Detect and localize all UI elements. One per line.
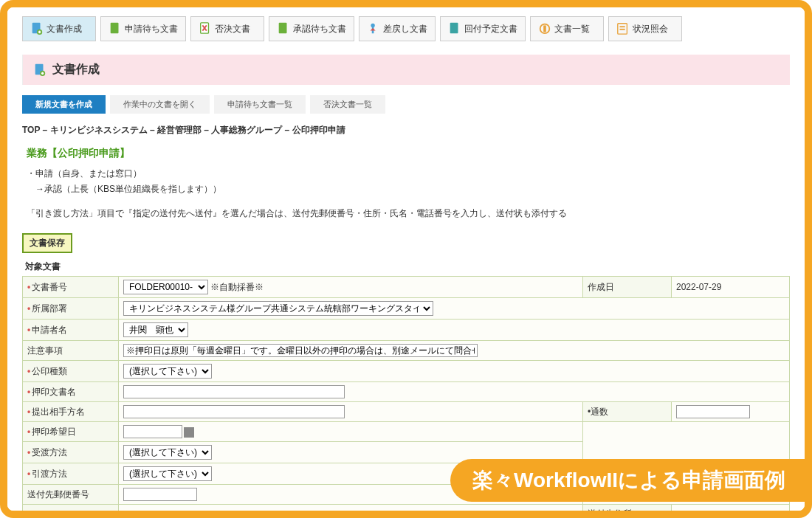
top-nav: 文書作成 申請待ち文書 否決文書 承認待ち文書 差戻し文書 回付予定文書 xyxy=(22,16,790,41)
label-stamp-date: 押印希望日 xyxy=(32,427,76,437)
postal-input[interactable] xyxy=(123,488,197,501)
doc-schedule-icon xyxy=(448,21,461,36)
nav-tab-approve[interactable]: 承認待ち文書 xyxy=(269,16,354,41)
label-doc-no: 文書番号 xyxy=(32,282,67,292)
nav-label: 状況照会 xyxy=(633,23,668,35)
svg-rect-8 xyxy=(450,23,458,33)
info-line: →承認（上長（KBS単位組織長を指します）） xyxy=(27,183,790,196)
info-line: ・申請（自身、または窓口） xyxy=(27,168,790,180)
save-button[interactable]: 文書保存 xyxy=(22,233,72,253)
svg-rect-10 xyxy=(543,25,546,32)
doc-list-icon xyxy=(538,21,551,36)
nav-tab-wait[interactable]: 申請待ち文書 xyxy=(100,16,186,41)
caution-input[interactable] xyxy=(123,344,478,357)
doc-no-auto: ※自動採番※ xyxy=(210,282,264,292)
label-copies: 通数 xyxy=(591,407,608,417)
label-dept: 所属部署 xyxy=(32,303,67,314)
caption-banner: 楽々WorkflowIIによる申請画面例 xyxy=(450,459,808,502)
nav-label: 回付予定文書 xyxy=(464,23,517,35)
svg-rect-3 xyxy=(38,31,41,32)
label-caution: 注意事項 xyxy=(27,345,63,356)
stamp-date-input[interactable] xyxy=(123,425,182,438)
doc-wait-icon xyxy=(109,21,122,36)
breadcrumb: TOP – キリンビジネスシステム – 経営管理部 – 人事総務グループ – 公… xyxy=(22,124,790,137)
svg-rect-13 xyxy=(619,29,625,30)
partner-input[interactable] xyxy=(123,405,345,418)
doc-return-icon xyxy=(367,21,380,36)
sub-tabs: 新規文書を作成 作業中の文書を開く 申請待ち文書一覧 否決文書一覧 xyxy=(22,95,790,114)
doc-no-select[interactable]: FOLDER00010- xyxy=(123,280,208,294)
label-seal-type: 公印種類 xyxy=(32,366,67,376)
doc-create-icon xyxy=(33,63,47,77)
svg-point-7 xyxy=(371,24,374,27)
receive-select[interactable]: (選択して下さい) xyxy=(123,445,212,460)
nav-label: 差戻し文書 xyxy=(383,23,427,35)
label-receive: 受渡方法 xyxy=(32,447,67,457)
nav-tab-list[interactable]: 文書一覧 xyxy=(530,16,604,41)
label-created: 作成日 xyxy=(588,282,614,292)
nav-tab-return[interactable]: 差戻し文書 xyxy=(359,16,436,41)
seal-type-select[interactable]: (選択して下さい) xyxy=(123,364,212,379)
subtab-working[interactable]: 作業中の文書を開く xyxy=(110,95,210,114)
label-partner: 提出相手方名 xyxy=(32,407,85,417)
label-handover: 引渡方法 xyxy=(32,469,67,479)
nav-label: 文書一覧 xyxy=(554,23,590,35)
doc-approve-icon xyxy=(277,21,290,36)
subtab-new[interactable]: 新規文書を作成 xyxy=(22,95,106,114)
nav-label: 否決文書 xyxy=(215,23,250,35)
section-label: 対象文書 xyxy=(25,260,790,273)
stamp-doc-input[interactable] xyxy=(123,385,345,398)
dept-select[interactable]: キリンビジネスシステム様グループ共通システム統轄部ワーキングスタイル変革グループ xyxy=(123,301,433,316)
nav-tab-schedule[interactable]: 回付予定文書 xyxy=(440,16,526,41)
nav-label: 申請待ち文書 xyxy=(125,23,178,35)
copies-input[interactable] xyxy=(676,405,750,418)
label-addr: 送付先住所 xyxy=(588,508,632,511)
subtab-rejectlist[interactable]: 否決文書一覧 xyxy=(310,95,385,114)
svg-rect-17 xyxy=(41,72,44,74)
svg-rect-12 xyxy=(619,26,625,27)
svg-rect-6 xyxy=(279,23,287,33)
svg-rect-4 xyxy=(111,23,119,33)
nav-tab-status[interactable]: 状況照会 xyxy=(608,16,682,41)
subtab-waitlist[interactable]: 申請待ち文書一覧 xyxy=(214,95,306,114)
page-title-bar: 文書作成 xyxy=(22,55,790,85)
page-title: 文書作成 xyxy=(52,62,100,77)
nav-tab-create[interactable]: 文書作成 xyxy=(22,16,96,41)
nav-label: 承認待ち文書 xyxy=(293,23,346,35)
doc-reject-icon xyxy=(199,21,212,36)
doc-create-icon xyxy=(30,21,44,36)
label-applicant: 申請者名 xyxy=(32,325,67,335)
label-postal: 送付先郵便番号 xyxy=(27,489,89,500)
note-line: 「引き渡し方法」項目で『指定の送付先へ送付』を選んだ場合は、送付先郵便番号・住所… xyxy=(27,207,790,220)
nav-label: 文書作成 xyxy=(47,23,82,35)
status-icon xyxy=(616,21,630,36)
nav-tab-reject[interactable]: 否決文書 xyxy=(190,16,264,41)
business-header: 業務【公印押印申請】 xyxy=(27,147,790,160)
label-stamp-doc: 押印文書名 xyxy=(32,387,76,397)
calendar-icon[interactable] xyxy=(184,427,194,438)
applicant-select[interactable]: 井関 顕也 xyxy=(123,322,188,337)
created-date: 2022-07-29 xyxy=(676,282,721,292)
handover-select[interactable]: (選択して下さい) xyxy=(123,466,212,481)
